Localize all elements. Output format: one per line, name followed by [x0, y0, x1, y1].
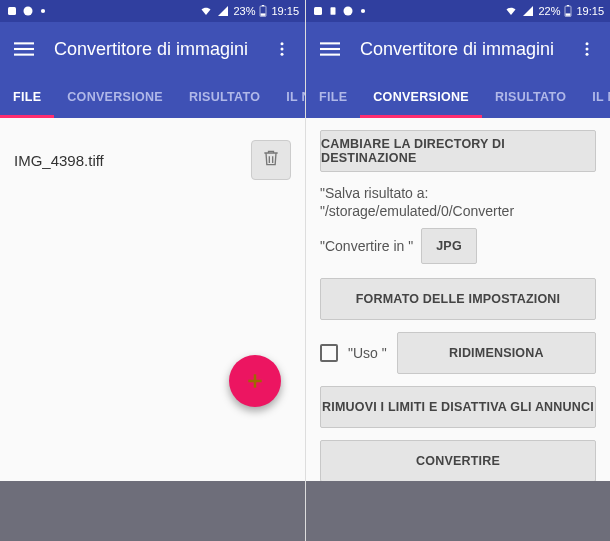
- svg-point-17: [361, 9, 365, 13]
- svg-rect-4: [262, 5, 264, 6]
- svg-rect-21: [320, 42, 340, 44]
- app-bar: Convertitore di immagini: [0, 22, 305, 76]
- menu-icon[interactable]: [320, 39, 340, 59]
- app-bar: Convertitore di immagini: [306, 22, 610, 76]
- svg-rect-0: [8, 7, 16, 15]
- clock-text: 19:15: [576, 5, 604, 17]
- clock-text: 19:15: [271, 5, 299, 17]
- add-file-fab[interactable]: [229, 355, 281, 407]
- svg-rect-14: [314, 7, 322, 15]
- trash-icon: [261, 147, 281, 173]
- svg-point-24: [586, 42, 589, 45]
- svg-point-1: [24, 7, 33, 16]
- notification-dot-icon: [38, 6, 48, 16]
- svg-rect-5: [261, 13, 266, 15]
- tab-bar: FILE CONVERSIONE RISULTATO IL NOSTRO: [306, 76, 610, 118]
- battery-icon: [564, 5, 572, 17]
- battery-text: 23%: [233, 5, 255, 17]
- tab-risultato[interactable]: RISULTATO: [482, 76, 579, 118]
- change-directory-button[interactable]: CAMBIARE LA DIRECTORY DI DESTINAZIONE: [320, 130, 596, 172]
- tab-conversione[interactable]: CONVERSIONE: [54, 76, 176, 118]
- tab-ilnostro[interactable]: IL NOSTRO: [273, 76, 305, 118]
- notification-dot-icon: [358, 6, 368, 16]
- wifi-icon: [199, 5, 213, 17]
- app-title: Convertitore di immagini: [54, 39, 253, 60]
- file-name-label: IMG_4398.tiff: [14, 152, 104, 169]
- svg-point-11: [281, 53, 284, 56]
- svg-point-26: [586, 53, 589, 56]
- resize-row: "Uso " RIDIMENSIONA: [320, 332, 596, 374]
- app-indicator2-icon: [328, 5, 338, 17]
- svg-point-25: [586, 48, 589, 51]
- svg-rect-7: [14, 48, 34, 50]
- app-indicator-icon: [6, 5, 18, 17]
- svg-rect-13: [248, 380, 261, 383]
- format-select-button[interactable]: JPG: [421, 228, 477, 264]
- bottom-bar: [0, 481, 305, 541]
- svg-rect-15: [331, 7, 336, 15]
- wifi-icon: [504, 5, 518, 17]
- overflow-menu-icon[interactable]: [273, 40, 291, 58]
- svg-point-16: [344, 7, 353, 16]
- content-area: IMG_4398.tiff: [0, 118, 305, 481]
- content-area: CAMBIARE LA DIRECTORY DI DESTINAZIONE "S…: [306, 118, 610, 481]
- tab-ilnostro[interactable]: IL NOSTRO: [579, 76, 610, 118]
- bottom-bar: [306, 481, 610, 541]
- status-bar: 22% 19:15: [306, 0, 610, 22]
- tab-bar: FILE CONVERSIONE RISULTATO IL NOSTRO: [0, 76, 305, 118]
- phone-left: 23% 19:15 Convertitore di immagini FILE …: [0, 0, 305, 541]
- status-bar: 23% 19:15: [0, 0, 305, 22]
- svg-rect-20: [566, 13, 571, 15]
- svg-rect-19: [567, 5, 569, 6]
- save-path-text: "Salva risultato a: "/storage/emulated/0…: [320, 184, 596, 220]
- plus-icon: [245, 371, 265, 391]
- convert-to-label: "Convertire in ": [320, 237, 413, 255]
- svg-point-2: [41, 9, 45, 13]
- convert-button[interactable]: CONVERTIRE: [320, 440, 596, 481]
- convert-to-row: "Convertire in " JPG: [320, 228, 596, 264]
- whatsapp-icon: [342, 5, 354, 17]
- battery-text: 22%: [538, 5, 560, 17]
- tab-conversione[interactable]: CONVERSIONE: [360, 76, 482, 118]
- file-list-item[interactable]: IMG_4398.tiff: [14, 130, 291, 190]
- tab-risultato[interactable]: RISULTATO: [176, 76, 273, 118]
- svg-rect-8: [14, 54, 34, 56]
- tab-file[interactable]: FILE: [306, 76, 360, 118]
- delete-file-button[interactable]: [251, 140, 291, 180]
- menu-icon[interactable]: [14, 39, 34, 59]
- format-settings-button[interactable]: FORMATO DELLE IMPOSTAZIONI: [320, 278, 596, 320]
- overflow-menu-icon[interactable]: [578, 40, 596, 58]
- svg-rect-23: [320, 54, 340, 56]
- svg-point-9: [281, 42, 284, 45]
- remove-limits-button[interactable]: RIMUOVI I LIMITI E DISATTIVA GLI ANNUNCI: [320, 386, 596, 428]
- use-label: "Uso ": [348, 345, 387, 361]
- svg-point-10: [281, 48, 284, 51]
- signal-icon: [522, 5, 534, 17]
- signal-icon: [217, 5, 229, 17]
- svg-rect-6: [14, 42, 34, 44]
- resize-button[interactable]: RIDIMENSIONA: [397, 332, 596, 374]
- tab-file[interactable]: FILE: [0, 76, 54, 118]
- battery-icon: [259, 5, 267, 17]
- app-indicator-icon: [312, 5, 324, 17]
- phone-right: 22% 19:15 Convertitore di immagini FILE …: [305, 0, 610, 541]
- app-title: Convertitore di immagini: [360, 39, 558, 60]
- use-resize-checkbox[interactable]: [320, 344, 338, 362]
- svg-rect-22: [320, 48, 340, 50]
- whatsapp-icon: [22, 5, 34, 17]
